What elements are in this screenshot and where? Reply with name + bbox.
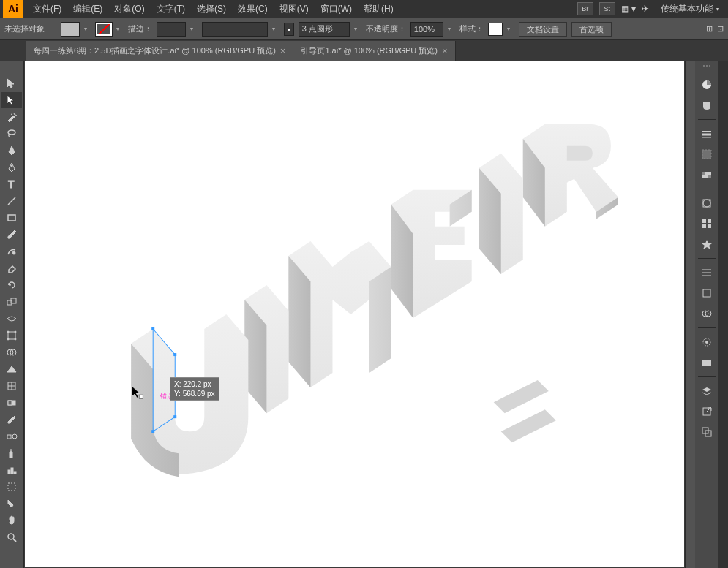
symbol-sprayer-tool[interactable] [1,445,22,461]
opacity-input[interactable] [410,22,443,37]
svg-rect-8 [8,332,15,339]
transform-icon[interactable]: ⊡ [717,24,724,34]
svg-rect-33 [139,395,143,398]
stroke-panel-icon[interactable] [699,126,715,142]
svg-rect-29 [151,327,154,330]
svg-point-42 [703,200,710,207]
slice-tool[interactable] [1,496,22,512]
rectangle-tool[interactable] [1,210,22,226]
svg-point-21 [12,434,17,439]
doc-tab-1[interactable]: 每周一练第6期：2.5D插画之字体设计.ai* @ 100% (RGB/GPU … [26,41,293,61]
gradient-tool[interactable] [1,395,22,411]
graphic-styles-panel-icon[interactable] [699,216,715,232]
svg-rect-22 [10,452,12,458]
stroke-width-input[interactable] [157,22,186,37]
selection-tool[interactable] [1,75,22,91]
svg-rect-19 [8,401,12,405]
menu-file[interactable]: 文件(F) [27,3,67,15]
close-tab-1[interactable]: × [280,45,286,56]
canvas[interactable]: 锚点 X: 220.2 px Y: 568.69 px [24,61,685,568]
svg-point-9 [7,331,9,333]
free-transform-tool[interactable] [1,327,22,344]
zoom-tool[interactable] [1,529,22,545]
direct-selection-tool[interactable] [1,92,22,108]
svg-rect-32 [151,430,154,433]
eraser-tool[interactable] [1,260,22,276]
brush-input[interactable] [299,22,350,37]
rotate-tool[interactable] [1,277,22,293]
doc-tab-2[interactable]: 引导页1.ai* @ 100% (RGB/GPU 预览) × [293,41,455,61]
pen-tool[interactable] [1,143,22,159]
control-bar: 未选择对象 ▾ ▾ 描边： ▾ ▾ • ▾ 不透明度： ▾ 样式： ▾ 文档设置… [0,18,728,40]
shaper-tool[interactable] [1,243,22,260]
stroke-profile[interactable] [202,22,268,37]
preferences-button[interactable]: 首选项 [571,22,612,37]
arrange-docs-icon[interactable]: ▦ ▾ [621,4,636,14]
svg-point-11 [7,338,9,340]
fill-dropdown[interactable]: ▾ [84,26,91,32]
line-tool[interactable] [1,193,22,209]
menu-type[interactable]: 文字(T) [151,3,191,15]
symbols-panel-icon[interactable] [699,236,715,252]
scale-tool[interactable] [1,294,22,310]
appearance-panel-icon[interactable] [699,195,715,211]
shape-builder-tool[interactable] [1,344,22,360]
gpu-icon[interactable]: ✈ [642,4,649,14]
perspective-grid-tool[interactable] [1,361,22,377]
menu-view[interactable]: 视图(V) [274,3,315,15]
layers-panel-icon[interactable] [699,383,715,399]
svg-point-1 [11,165,12,167]
menu-edit[interactable]: 编辑(E) [67,3,108,15]
align-icon[interactable]: ⊞ [706,24,713,34]
width-tool[interactable] [1,311,22,327]
hand-tool[interactable] [1,512,22,529]
column-graph-tool[interactable] [1,462,22,478]
menu-help[interactable]: 帮助(H) [358,3,399,15]
doc-setup-button[interactable]: 文档设置 [519,22,567,37]
stroke-dropdown[interactable]: ▾ [116,26,124,32]
transform-panel-icon[interactable] [699,334,715,350]
menu-select[interactable]: 选择(S) [191,3,232,15]
svg-text:T: T [8,178,15,190]
magic-wand-tool[interactable] [1,109,22,125]
curvature-tool[interactable] [1,159,22,175]
paintbrush-tool[interactable] [1,227,22,243]
artboard-tool[interactable] [1,479,22,495]
stroke-swatch[interactable] [96,23,112,36]
menu-object[interactable]: 对象(O) [108,3,150,15]
mesh-tool[interactable] [1,378,22,394]
align-panel-icon[interactable] [699,285,715,301]
gradient-panel-icon[interactable] [699,146,715,162]
svg-rect-46 [702,224,706,228]
svg-point-27 [8,534,14,539]
artboards-panel-icon[interactable] [699,424,715,440]
pathfinder-panel-icon[interactable] [699,306,715,322]
svg-point-12 [15,338,16,340]
menu-effect[interactable]: 效果(C) [232,3,274,15]
bridge-button[interactable]: Br [577,2,593,15]
stroke-label: 描边： [128,23,152,34]
type-tool[interactable]: T [1,176,22,192]
svg-rect-20 [7,435,11,439]
swatches-panel-icon[interactable] [699,97,715,113]
svg-line-3 [8,197,15,205]
menu-window[interactable]: 窗口(W) [315,3,358,15]
svg-rect-25 [14,472,16,474]
workspace-switcher[interactable]: 传统基本功能▾ [655,3,725,15]
lasso-tool[interactable] [1,126,22,142]
svg-rect-44 [702,219,706,223]
close-tab-2[interactable]: × [442,45,448,56]
fill-swatch[interactable] [61,22,80,37]
svg-rect-26 [8,483,15,491]
blend-tool[interactable] [1,428,22,444]
color-panel-icon[interactable] [699,77,715,93]
style-swatch[interactable] [488,23,503,36]
stock-button[interactable]: St [599,2,615,15]
eyedropper-tool[interactable] [1,412,22,428]
transparency-panel-icon[interactable] [699,167,715,183]
brushes-panel-icon[interactable] [699,265,715,281]
asset-export-panel-icon[interactable] [699,404,715,420]
vertical-scrollbar[interactable] [685,61,695,568]
info-panel-icon[interactable] [699,355,715,371]
svg-rect-40 [702,172,705,175]
